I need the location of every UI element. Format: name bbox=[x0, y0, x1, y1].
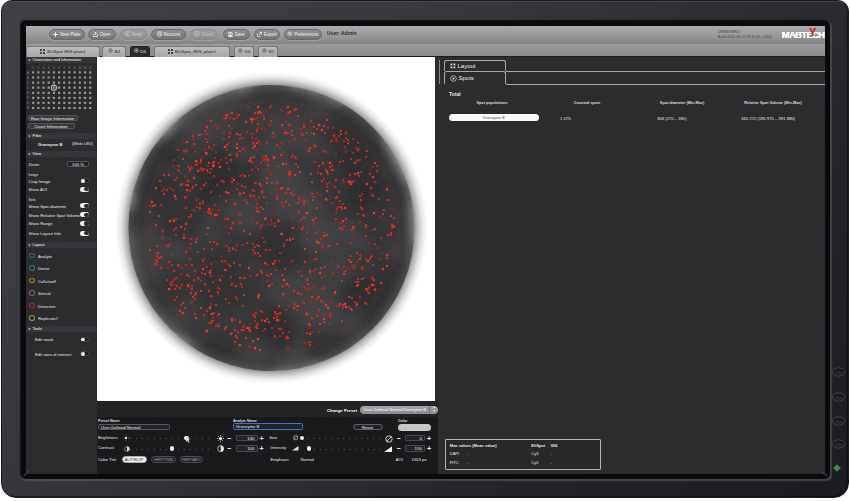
svg-text:8: 8 bbox=[69, 66, 71, 70]
svg-text:D: D bbox=[27, 86, 30, 90]
svg-text:C: C bbox=[27, 81, 30, 85]
svg-text:12: 12 bbox=[89, 66, 93, 70]
svg-text:5: 5 bbox=[53, 66, 55, 70]
svg-text:9: 9 bbox=[74, 66, 76, 70]
svg-text:F: F bbox=[27, 96, 29, 100]
svg-text:1: 1 bbox=[32, 66, 34, 70]
svg-text:3: 3 bbox=[43, 66, 45, 70]
svg-text:H: H bbox=[27, 106, 29, 109]
svg-text:G: G bbox=[27, 101, 30, 105]
svg-text:B: B bbox=[27, 76, 29, 80]
svg-text:10: 10 bbox=[78, 66, 82, 70]
svg-text:6: 6 bbox=[58, 66, 60, 70]
svg-text:E: E bbox=[27, 91, 29, 95]
svg-text:7: 7 bbox=[63, 66, 65, 70]
svg-text:11: 11 bbox=[83, 66, 86, 70]
svg-text:2: 2 bbox=[37, 66, 39, 70]
svg-text:4: 4 bbox=[48, 66, 50, 70]
svg-text:A: A bbox=[27, 71, 29, 75]
